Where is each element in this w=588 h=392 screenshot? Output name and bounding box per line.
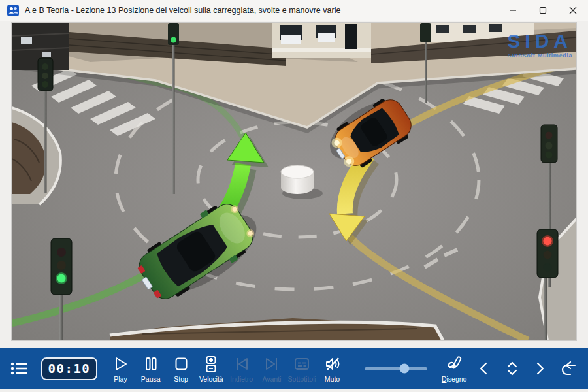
- play-label: Play: [114, 376, 127, 383]
- lesson-timer-display: 00:10: [41, 357, 98, 380]
- mute-icon: [323, 354, 342, 374]
- slider-thumb[interactable]: [400, 364, 410, 374]
- window-controls: [498, 0, 588, 21]
- mute-button[interactable]: Muto: [317, 350, 347, 387]
- minimize-icon: [509, 7, 517, 14]
- mute-label: Muto: [325, 376, 340, 383]
- roundabout-illustration: [12, 23, 576, 340]
- previous-slide-button[interactable]: [470, 350, 498, 387]
- close-icon: [569, 7, 577, 14]
- skip-forward-icon: [262, 354, 282, 374]
- subtitles-button[interactable]: Sottotitoli: [287, 350, 317, 387]
- window-bottom-edge: [0, 389, 588, 392]
- app-icon: [7, 5, 19, 16]
- volume-slider[interactable]: [365, 350, 427, 387]
- skip-forward-label: Avanti: [262, 376, 281, 383]
- pause-button[interactable]: Pausa: [136, 350, 166, 387]
- pen-draw-icon: [444, 354, 464, 374]
- skip-back-icon: [232, 354, 252, 374]
- subtitles-label: Sottotitoli: [288, 376, 316, 383]
- list-icon: [8, 358, 29, 379]
- chevron-left-icon: [476, 360, 493, 377]
- app-window: A e B Teoria - Lezione 13 Posizione dei …: [0, 0, 588, 392]
- draw-button[interactable]: Disegno: [438, 350, 470, 387]
- window-title: A e B Teoria - Lezione 13 Posizione dei …: [25, 6, 340, 15]
- pause-icon: [141, 354, 161, 374]
- next-slide-button[interactable]: [526, 350, 553, 387]
- lesson-list-button[interactable]: [7, 350, 32, 387]
- chevrons-up-down-icon: [503, 359, 521, 378]
- title-bar: A e B Teoria - Lezione 13 Posizione dei …: [0, 0, 588, 21]
- minimize-button[interactable]: [498, 0, 528, 21]
- maximize-button[interactable]: [528, 0, 558, 21]
- close-button[interactable]: [558, 0, 588, 21]
- chevron-right-icon: [531, 360, 548, 377]
- return-button[interactable]: [554, 350, 581, 387]
- player-toolbar: 00:10 Play Pausa Stop: [0, 348, 588, 389]
- expand-collapse-button[interactable]: [498, 350, 526, 387]
- return-arrow-icon: [558, 359, 578, 378]
- slider-track[interactable]: [365, 367, 427, 370]
- play-button[interactable]: Play: [105, 350, 135, 387]
- lesson-video-scene: SIDA AutoSoft Multimedia: [12, 23, 576, 340]
- stop-icon: [171, 354, 191, 374]
- speed-plus-minus-icon: [201, 354, 221, 374]
- skip-forward-button[interactable]: Avanti: [257, 350, 287, 387]
- skip-back-label: Indietro: [230, 376, 253, 383]
- speed-button[interactable]: Velocità: [196, 350, 226, 387]
- speed-label: Velocità: [199, 376, 223, 383]
- maximize-icon: [539, 7, 547, 14]
- draw-label: Disegno: [442, 376, 467, 383]
- pause-label: Pausa: [141, 376, 161, 383]
- play-icon: [110, 354, 130, 374]
- stop-label: Stop: [174, 376, 188, 383]
- stop-button[interactable]: Stop: [166, 350, 196, 387]
- subtitles-icon: [292, 354, 312, 374]
- skip-back-button[interactable]: Indietro: [226, 350, 256, 387]
